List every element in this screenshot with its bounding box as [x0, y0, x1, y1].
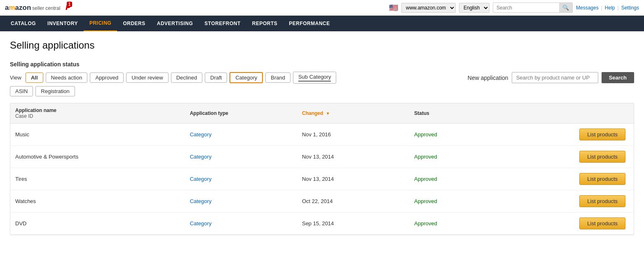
- cell-action: List products: [522, 213, 634, 235]
- notification-count: 1: [67, 2, 73, 7]
- filter-sub-category[interactable]: Sub Category: [293, 72, 337, 84]
- sep2: |: [618, 5, 619, 11]
- status-section: Selling application status View All Need…: [10, 61, 634, 96]
- nav-inventory[interactable]: INVENTORY: [42, 16, 84, 31]
- sep1: |: [601, 5, 602, 11]
- logo-area: amazon seller central 𝙋 1: [5, 3, 70, 12]
- cell-app-name: Music: [10, 124, 185, 146]
- language-select[interactable]: English: [459, 3, 489, 13]
- nav-advertising[interactable]: ADVERTISING: [151, 16, 199, 31]
- list-products-button[interactable]: List products: [579, 151, 625, 163]
- messages-link[interactable]: Messages: [576, 5, 599, 11]
- cell-app-name: Tires: [10, 168, 185, 190]
- filter-asin[interactable]: ASIN: [10, 86, 33, 96]
- filter-row-1: View All Needs action Approved Under rev…: [10, 72, 634, 84]
- search-product-button[interactable]: Search: [602, 72, 634, 83]
- table-row: Music Category Nov 1, 2016 Approved List…: [10, 124, 634, 146]
- amazon-logo: amazon seller central: [5, 4, 60, 12]
- cell-app-name: Watches: [10, 190, 185, 213]
- cell-action: List products: [522, 168, 634, 190]
- cell-status: Approved: [409, 124, 521, 146]
- list-products-button[interactable]: List products: [579, 217, 625, 229]
- flag-icon: 🇺🇸: [389, 3, 398, 12]
- list-products-button[interactable]: List products: [579, 128, 625, 140]
- cell-status: Approved: [409, 168, 521, 190]
- filter-brand[interactable]: Brand: [265, 72, 290, 83]
- table-body: Music Category Nov 1, 2016 Approved List…: [10, 124, 634, 235]
- cell-status: Approved: [409, 213, 521, 235]
- domain-select[interactable]: www.amazon.com: [401, 3, 456, 13]
- col-changed[interactable]: Changed ▼: [297, 103, 409, 124]
- cell-action: List products: [522, 124, 634, 146]
- page-title: Selling applications: [10, 40, 634, 51]
- list-products-button[interactable]: List products: [579, 173, 625, 185]
- sort-arrow-icon: ▼: [326, 111, 330, 116]
- cell-changed: Nov 1, 2016: [297, 124, 409, 146]
- filter-draft[interactable]: Draft: [205, 72, 227, 83]
- col-action: [522, 103, 634, 124]
- filter-row-2: ASIN Registration: [10, 86, 634, 96]
- view-label: View: [10, 75, 21, 81]
- filter-approved[interactable]: Approved: [90, 72, 124, 83]
- nav-performance[interactable]: PERFORMANCE: [283, 16, 336, 31]
- nav-bar: CATALOG INVENTORY PRICING ORDERS ADVERTI…: [0, 16, 644, 31]
- cell-app-name: Automotive & Powersports: [10, 146, 185, 168]
- table-row: Tires Category Nov 13, 2014 Approved Lis…: [10, 168, 634, 190]
- col-case-id-label: Case ID: [15, 113, 180, 119]
- filter-needs-action[interactable]: Needs action: [46, 72, 88, 83]
- top-search-box: 🔍: [493, 2, 573, 13]
- page-content: Selling applications Selling application…: [0, 31, 644, 243]
- search-product-input[interactable]: [512, 72, 598, 83]
- col-app-name-label: Application name: [15, 107, 180, 113]
- nav-orders[interactable]: ORDERS: [117, 16, 151, 31]
- filter-under-review[interactable]: Under review: [126, 72, 169, 83]
- cell-changed: Sep 15, 2014: [297, 213, 409, 235]
- filter-registration[interactable]: Registration: [35, 86, 75, 96]
- top-links: Messages | Help | Settings: [576, 5, 639, 11]
- col-app-name: Application name Case ID: [10, 103, 185, 124]
- cell-app-type[interactable]: Category: [185, 213, 297, 235]
- cell-status: Approved: [409, 146, 521, 168]
- table-row: Automotive & Powersports Category Nov 13…: [10, 146, 634, 168]
- applications-table: Application name Case ID Application typ…: [10, 103, 634, 235]
- cell-status: Approved: [409, 190, 521, 213]
- new-app-label: New application: [468, 75, 508, 81]
- filter-all[interactable]: All: [26, 72, 43, 83]
- cell-changed: Oct 22, 2014: [297, 190, 409, 213]
- list-products-button[interactable]: List products: [579, 195, 625, 207]
- cell-changed: Nov 13, 2014: [297, 168, 409, 190]
- filter-declined[interactable]: Declined: [171, 72, 203, 83]
- sub-category-label: Sub Category: [298, 74, 331, 82]
- help-link[interactable]: Help: [605, 5, 615, 11]
- top-search-button[interactable]: 🔍: [559, 3, 572, 12]
- cell-app-type[interactable]: Category: [185, 124, 297, 146]
- new-application-area: New application Search: [468, 72, 634, 83]
- top-search-input[interactable]: [493, 3, 559, 12]
- cell-app-type[interactable]: Category: [185, 168, 297, 190]
- settings-link[interactable]: Settings: [621, 5, 639, 11]
- nav-reports[interactable]: REPORTS: [246, 16, 283, 31]
- table-header-row: Application name Case ID Application typ…: [10, 103, 634, 124]
- cell-changed: Nov 13, 2014: [297, 146, 409, 168]
- col-status: Status: [409, 103, 521, 124]
- nav-storefront[interactable]: STOREFRONT: [199, 16, 246, 31]
- filter-category[interactable]: Category: [229, 72, 263, 83]
- applications-table-container: Application name Case ID Application typ…: [10, 103, 634, 235]
- cell-action: List products: [522, 190, 634, 213]
- table-row: DVD Category Sep 15, 2014 Approved List …: [10, 213, 634, 235]
- logo-text-sc: seller central: [32, 5, 60, 11]
- cell-app-type[interactable]: Category: [185, 146, 297, 168]
- logo-text-amazon: amazon: [5, 4, 31, 12]
- cell-app-type[interactable]: Category: [185, 190, 297, 213]
- top-bar: amazon seller central 𝙋 1 🇺🇸 www.amazon.…: [0, 0, 644, 16]
- notification-badge: 𝙋 1: [65, 3, 70, 12]
- col-app-type: Application type: [185, 103, 297, 124]
- nav-catalog[interactable]: CATALOG: [5, 16, 42, 31]
- cell-app-name: DVD: [10, 213, 185, 235]
- table-row: Watches Category Oct 22, 2014 Approved L…: [10, 190, 634, 213]
- nav-pricing[interactable]: PRICING: [84, 16, 117, 31]
- status-section-label: Selling application status: [10, 61, 634, 68]
- cell-action: List products: [522, 146, 634, 168]
